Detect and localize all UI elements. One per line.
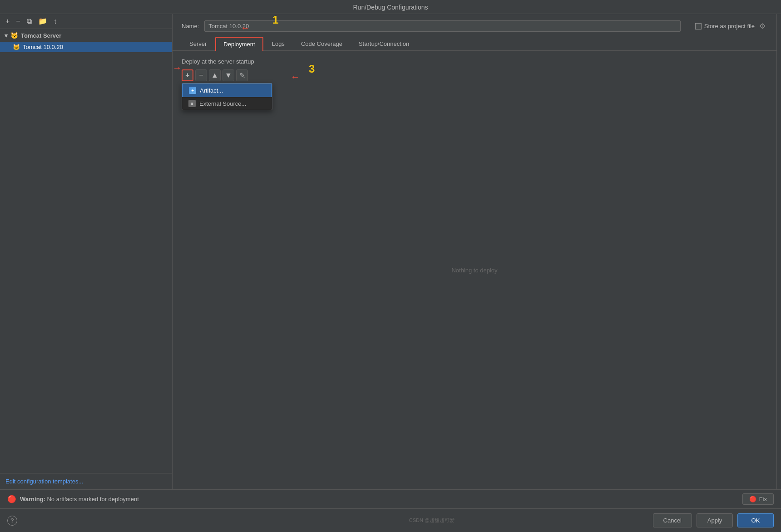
ok-label: OK bbox=[751, 517, 760, 524]
name-label: Name: bbox=[182, 23, 199, 30]
name-row: Name: Store as project file ⚙ bbox=[173, 14, 776, 36]
edit-templates-text: Edit configuration templates... bbox=[5, 478, 83, 485]
tomcat-item-icon: 🐱 bbox=[13, 44, 20, 50]
footer-bar: ? CSDN @超甜超可爱 Cancel Apply OK bbox=[0, 508, 781, 532]
add-deploy-button[interactable]: + bbox=[182, 69, 193, 81]
sidebar: + − ⧉ 📁 ↕ ▾ 🐱 Tomcat Server 🐱 Tomcat 10.… bbox=[0, 14, 173, 489]
sort-config-button[interactable]: ↕ bbox=[52, 17, 59, 26]
cancel-label: Cancel bbox=[663, 517, 682, 524]
edit-deploy-button[interactable]: ✎ bbox=[236, 69, 248, 81]
sidebar-group-label: Tomcat Server bbox=[21, 32, 61, 39]
dropdown-item-external[interactable]: ≡ External Source... bbox=[182, 97, 272, 110]
store-project-area: Store as project file ⚙ bbox=[695, 22, 767, 30]
dialog-title: Run/Debug Configurations bbox=[0, 0, 781, 14]
tab-code-coverage[interactable]: Code Coverage bbox=[293, 37, 350, 51]
name-input[interactable] bbox=[204, 20, 680, 32]
arrow-annotation-3: ← bbox=[291, 72, 300, 82]
warning-text: Warning: No artifacts marked for deploym… bbox=[20, 496, 139, 502]
sidebar-item-label: Tomcat 10.0.20 bbox=[23, 44, 63, 50]
tab-logs-label: Logs bbox=[272, 40, 285, 47]
external-source-icon: ≡ bbox=[188, 100, 196, 107]
store-gear-button[interactable]: ⚙ bbox=[757, 22, 767, 30]
apply-button[interactable]: Apply bbox=[697, 513, 733, 527]
tab-startup-connection[interactable]: Startup/Connection bbox=[351, 37, 417, 51]
dropdown-external-label: External Source... bbox=[199, 100, 246, 107]
apply-label: Apply bbox=[707, 517, 722, 524]
fix-icon: 🔴 bbox=[749, 496, 756, 502]
tab-logs[interactable]: Logs bbox=[264, 37, 292, 51]
tab-deployment-label: Deployment bbox=[223, 41, 255, 48]
move-down-deploy-button[interactable]: ▼ bbox=[222, 69, 234, 81]
store-project-checkbox[interactable] bbox=[695, 23, 702, 30]
dropdown-item-artifact[interactable]: ✦ Artifact... bbox=[182, 84, 272, 97]
fix-button[interactable]: 🔴 Fix bbox=[742, 493, 774, 505]
title-text: Run/Debug Configurations bbox=[353, 4, 428, 11]
add-config-button[interactable]: + bbox=[4, 17, 11, 26]
remove-config-button[interactable]: − bbox=[14, 17, 22, 26]
sidebar-group-header: ▾ 🐱 Tomcat Server bbox=[0, 29, 172, 42]
section-deploy-label: Deploy at the server startup bbox=[182, 58, 767, 65]
tab-coverage-label: Code Coverage bbox=[301, 40, 342, 47]
watermark-text: CSDN @超甜超可爱 bbox=[409, 517, 455, 524]
right-panel: Name: Store as project file ⚙ ← 1 Server… bbox=[173, 14, 776, 489]
tab-server[interactable]: Server bbox=[182, 37, 214, 51]
sidebar-toolbar: + − ⧉ 📁 ↕ bbox=[0, 14, 172, 29]
copy-config-button[interactable]: ⧉ bbox=[25, 17, 34, 26]
dropdown-artifact-label: Artifact... bbox=[200, 87, 223, 94]
ok-button[interactable]: OK bbox=[737, 513, 774, 527]
fix-label: Fix bbox=[759, 496, 767, 502]
warning-prefix: Warning: bbox=[20, 496, 45, 502]
cancel-button[interactable]: Cancel bbox=[653, 513, 692, 527]
move-up-deploy-button[interactable]: ▲ bbox=[209, 69, 221, 81]
folder-config-button[interactable]: 📁 bbox=[36, 17, 49, 26]
tabs-bar: Server Deployment Logs Code Coverage Sta… bbox=[173, 36, 776, 51]
edit-templates-link[interactable]: Edit configuration templates... bbox=[0, 473, 172, 489]
right-scrollbar[interactable] bbox=[776, 14, 781, 489]
sidebar-item-tomcat[interactable]: 🐱 Tomcat 10.0.20 bbox=[0, 42, 172, 52]
store-project-label[interactable]: Store as project file bbox=[704, 23, 755, 30]
help-icon: ? bbox=[10, 517, 14, 524]
remove-deploy-button[interactable]: − bbox=[195, 69, 207, 81]
tab-startup-label: Startup/Connection bbox=[359, 40, 409, 47]
deploy-toolbar: + − ▲ ▼ ✎ 3 ← ✦ Artifact... ≡ External S… bbox=[182, 69, 767, 81]
empty-deploy-label: Nothing to deploy bbox=[451, 267, 497, 274]
content-area: 2 → Deploy at the server startup + − ▲ ▼… bbox=[173, 51, 776, 489]
deploy-dropdown-menu: ✦ Artifact... ≡ External Source... bbox=[182, 83, 272, 110]
tab-deployment[interactable]: Deployment bbox=[215, 37, 263, 51]
arrow-annotation-2: → bbox=[173, 63, 182, 73]
expand-icon: ▾ bbox=[5, 32, 8, 39]
warning-icon: 🔴 bbox=[7, 495, 16, 503]
status-bar: 🔴 Warning: No artifacts marked for deplo… bbox=[0, 489, 781, 508]
warning-message: No artifacts marked for deployment bbox=[47, 496, 138, 502]
sidebar-content: ▾ 🐱 Tomcat Server 🐱 Tomcat 10.0.20 bbox=[0, 29, 172, 473]
tab-server-label: Server bbox=[189, 40, 207, 47]
help-button[interactable]: ? bbox=[7, 516, 17, 526]
artifact-icon: ✦ bbox=[189, 87, 196, 94]
tomcat-group-icon: 🐱 bbox=[10, 32, 18, 39]
